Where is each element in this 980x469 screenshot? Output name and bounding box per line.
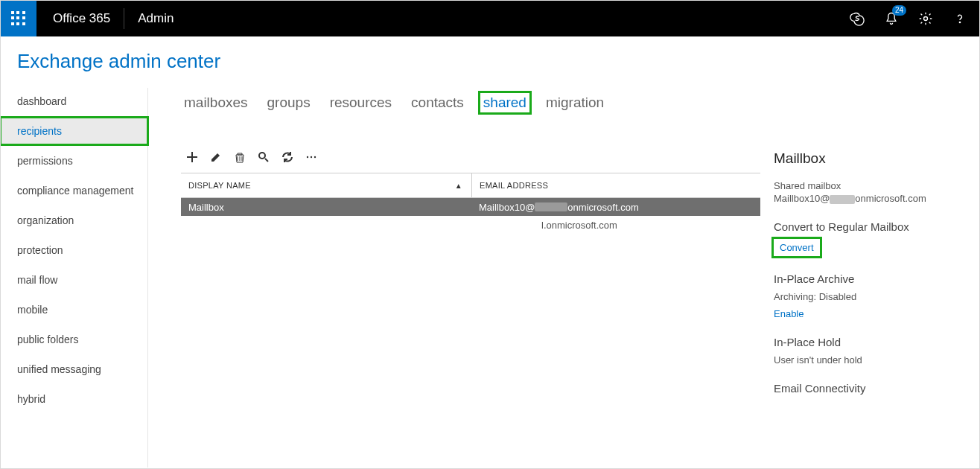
top-bar: Office 365 Admin 24 [1, 1, 979, 36]
svg-point-4 [311, 156, 312, 158]
column-header-name-label: DISPLAY NAME [188, 181, 251, 190]
column-header-name[interactable]: DISPLAY NAME ▲ [181, 181, 471, 190]
refresh-icon[interactable] [281, 150, 294, 164]
archive-heading: In-Place Archive [774, 272, 967, 285]
cell-email-post: l.onmicrosoft.com [541, 220, 617, 231]
notifications-badge: 24 [892, 5, 906, 16]
sidebar-item-mailflow[interactable]: mail flow [1, 267, 147, 293]
column-header-email-label: EMAIL ADDRESS [480, 181, 548, 190]
cell-email: Maillbox10@onmicrosoft.com [471, 198, 760, 216]
edit-icon[interactable] [209, 150, 223, 164]
archive-status: Archiving: Disabled [774, 291, 967, 302]
svg-point-3 [307, 156, 308, 158]
tab-resources[interactable]: resources [327, 93, 395, 112]
svg-point-1 [959, 22, 960, 22]
top-icon-strip: 24 [845, 1, 972, 36]
grid-header-row: DISPLAY NAME ▲ EMAIL ADDRESS [181, 173, 760, 198]
product-area: Admin [138, 11, 174, 26]
sidebar-item-hybrid[interactable]: hybrid [1, 386, 147, 412]
waffle-icon [11, 11, 26, 26]
redacted-block [830, 195, 855, 204]
details-email: Maillbox10@onmicrosoft.com [774, 193, 967, 204]
sort-asc-icon: ▲ [455, 182, 462, 190]
cell-email: l.onmicrosoft.com [471, 216, 760, 234]
skype-icon[interactable] [845, 7, 869, 31]
tab-mailboxes[interactable]: mailboxes [181, 93, 251, 112]
details-type: Shared mailbox [774, 180, 967, 191]
more-icon[interactable] [305, 150, 318, 164]
svg-point-2 [259, 153, 265, 159]
grid: DISPLAY NAME ▲ EMAIL ADDRESS Maillbox Ma… [181, 173, 760, 234]
details-email-pre: Maillbox10@ [774, 193, 830, 204]
details-email-post: onmicrosoft.com [855, 193, 926, 204]
svg-point-0 [924, 17, 928, 21]
tab-shared[interactable]: shared [480, 93, 529, 112]
sidebar-item-mobile[interactable]: mobile [1, 296, 147, 323]
page-title: Exchange admin center [1, 36, 979, 88]
window-frame: Office 365 Admin 24 Exchange admin cente… [0, 0, 980, 469]
sidebar-item-recipients[interactable]: recipients [1, 118, 147, 144]
sidebar-item-dashboard[interactable]: dashboard [1, 88, 147, 115]
convert-heading: Convert to Regular Mailbox [774, 220, 967, 233]
search-icon[interactable] [257, 150, 270, 164]
tab-groups[interactable]: groups [264, 93, 314, 112]
sidebar-item-unifiedmessaging[interactable]: unified messaging [1, 356, 147, 383]
notifications-icon[interactable]: 24 [879, 7, 903, 31]
top-divider [124, 8, 124, 29]
content-area: mailboxes groups resources contacts shar… [148, 88, 979, 468]
connectivity-heading: Email Connectivity [774, 382, 967, 395]
delete-icon[interactable] [233, 150, 246, 164]
sidebar-item-permissions[interactable]: permissions [1, 147, 147, 174]
sidebar: dashboard recipients permissions complia… [1, 88, 148, 468]
details-pane: Maillbox Shared mailbox Maillbox10@onmic… [772, 147, 969, 403]
tab-contacts[interactable]: contacts [408, 93, 467, 112]
table-row[interactable]: l.onmicrosoft.com [181, 216, 760, 234]
help-icon[interactable] [948, 7, 972, 31]
table-row[interactable]: Maillbox Maillbox10@onmicrosoft.com [181, 198, 760, 216]
sidebar-item-publicfolders[interactable]: public folders [1, 326, 147, 353]
app-launcher-button[interactable] [1, 1, 36, 36]
sidebar-item-compliance[interactable]: compliance management [1, 177, 147, 204]
tab-row: mailboxes groups resources contacts shar… [181, 88, 979, 118]
cell-email-post: onmicrosoft.com [567, 202, 638, 213]
archive-enable-link[interactable]: Enable [774, 308, 804, 319]
product-name: Office 365 [53, 11, 110, 26]
hold-status: User isn't under hold [774, 354, 967, 366]
hold-heading: In-Place Hold [774, 336, 967, 348]
tab-migration[interactable]: migration [543, 93, 607, 112]
add-icon[interactable] [185, 150, 199, 164]
cell-email-pre: Maillbox10@ [479, 202, 535, 213]
svg-point-5 [314, 156, 316, 158]
redacted-block [535, 202, 567, 211]
sidebar-item-protection[interactable]: protection [1, 237, 147, 264]
cell-name: Maillbox [181, 202, 471, 213]
settings-icon[interactable] [914, 7, 938, 31]
sidebar-item-organization[interactable]: organization [1, 207, 147, 234]
convert-link[interactable]: Convert [774, 239, 820, 256]
details-title: Maillbox [774, 150, 967, 167]
column-header-email[interactable]: EMAIL ADDRESS [471, 173, 760, 197]
